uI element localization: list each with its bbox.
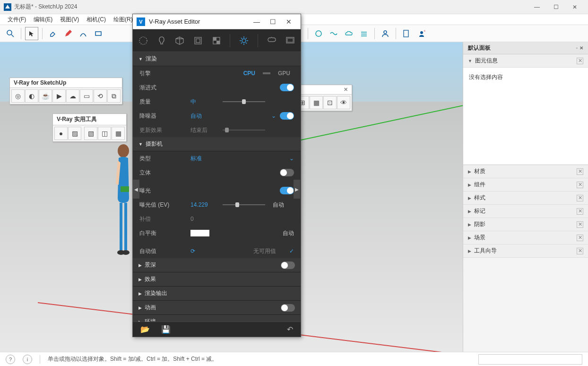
menu-view[interactable]: 视图(V): [56, 15, 83, 25]
denoiser-toggle[interactable]: [280, 112, 294, 120]
tab-render-elements-icon[interactable]: [193, 35, 203, 47]
tab-settings-icon[interactable]: [239, 35, 249, 47]
vray-grid3-icon[interactable]: ⊡: [323, 96, 337, 109]
shadows-section-header[interactable]: ▶阴影✕: [463, 218, 588, 231]
instructor-section-header[interactable]: ▶工具向导✕: [463, 244, 588, 258]
util-plane-icon[interactable]: ▨: [68, 127, 81, 140]
menu-file[interactable]: 文件(F): [4, 15, 30, 25]
section-environment-header[interactable]: ▶环境: [133, 315, 301, 322]
styles-section-header[interactable]: ▶样式✕: [463, 192, 588, 205]
vray-util-toolbar[interactable]: V-Ray 实用工具 ● ▨ ▧ ◫ ▦: [52, 113, 127, 142]
section-close-icon[interactable]: ✕: [577, 168, 583, 175]
auto-check-icon[interactable]: ✓: [289, 248, 294, 254]
progressive-toggle[interactable]: [280, 84, 294, 91]
util-cube3-icon[interactable]: ▦: [112, 127, 125, 140]
pencil-tool[interactable]: [61, 27, 75, 40]
engine-gpu-option[interactable]: GPU: [274, 69, 294, 78]
tab-geometry-icon[interactable]: [175, 35, 185, 47]
wb-auto-label[interactable]: 自动: [283, 229, 294, 237]
tab-textures-icon[interactable]: [211, 35, 221, 47]
vray-render-tool[interactable]: [312, 27, 325, 40]
share-tool[interactable]: +: [415, 27, 428, 40]
window-close-button[interactable]: ✕: [565, 0, 584, 14]
tags-section-header[interactable]: ▶标记✕: [463, 205, 588, 218]
denoiser-dropdown-icon[interactable]: ⌄: [271, 113, 276, 119]
util-cube2-icon[interactable]: ◫: [98, 127, 111, 140]
section-close-icon[interactable]: ✕: [577, 182, 583, 188]
menu-camera[interactable]: 相机(C): [83, 15, 110, 25]
save-icon[interactable]: 💾: [161, 325, 171, 334]
tab-render-icon[interactable]: [266, 35, 277, 47]
dialog-close-button[interactable]: ✕: [281, 15, 297, 28]
tray-pin-icon[interactable]: ▫: [576, 45, 578, 51]
vray-batch-icon[interactable]: ⧉: [107, 89, 121, 103]
vray-main-toolbar[interactable]: V-Ray for SketchUp ◎ ◐ ☕ ▶ ☁ ▭ ⟲ ⧉: [9, 78, 122, 105]
folder-open-icon[interactable]: 📂: [140, 325, 150, 334]
vray-secondary-toolbar[interactable]: ✕ ⊞ ▦ ⊡ 👁: [294, 85, 352, 111]
vray-frame-icon[interactable]: ▭: [80, 89, 93, 103]
util-sphere-icon[interactable]: ●: [54, 127, 68, 140]
tray-header[interactable]: 默认面板 ▫✕: [463, 42, 588, 54]
arc-tool[interactable]: [77, 27, 90, 40]
vray-cloud-tool[interactable]: [342, 27, 355, 40]
tray-close-icon[interactable]: ✕: [579, 45, 583, 51]
animation-toggle[interactable]: [281, 304, 295, 312]
vray-asset-editor-icon[interactable]: ◎: [11, 89, 25, 103]
section-animation-header[interactable]: ▶动画: [133, 301, 301, 315]
util-cube1-icon[interactable]: ▧: [84, 127, 97, 140]
section-close-icon[interactable]: ✕: [577, 195, 583, 201]
exposure-toggle[interactable]: [280, 187, 294, 194]
vray-view-icon[interactable]: 👁: [337, 96, 350, 109]
menu-edit[interactable]: 编辑(E): [30, 15, 56, 25]
dialog-minimize-button[interactable]: —: [249, 15, 265, 28]
stereo-toggle[interactable]: [280, 169, 294, 176]
vray-export-tool[interactable]: [357, 27, 371, 40]
erase-tool[interactable]: [46, 27, 60, 40]
vray-render-icon[interactable]: ◐: [25, 89, 38, 103]
section-output-header[interactable]: ▶渲染输出: [133, 287, 301, 301]
vray-dialog-titlebar[interactable]: V V-Ray Asset Editor — ☐ ✕: [133, 14, 301, 29]
search-tool[interactable]: [4, 27, 17, 40]
vray-cloud-icon[interactable]: ☁: [66, 89, 79, 103]
scenes-section-header[interactable]: ▶场景✕: [463, 231, 588, 244]
vray-grid2-icon[interactable]: ▦: [310, 96, 323, 109]
info-icon[interactable]: i: [23, 355, 32, 364]
section-dof-header[interactable]: ▶景深: [133, 258, 301, 272]
materials-section-header[interactable]: ▶材质✕: [463, 165, 588, 178]
account-tool[interactable]: [379, 27, 392, 40]
select-tool[interactable]: [25, 27, 38, 40]
engine-cpu-option[interactable]: CPU: [240, 69, 259, 78]
undo-icon[interactable]: ↶: [287, 325, 293, 334]
vray-settings-body[interactable]: ▼渲染 引擎 CPU GPU 渐进式 质量 中 降噪器 自动 ⌄: [133, 52, 301, 322]
quality-slider[interactable]: [223, 101, 265, 102]
section-close-icon[interactable]: ✕: [577, 208, 583, 215]
rectangle-tool[interactable]: [92, 27, 105, 40]
window-minimize-button[interactable]: —: [527, 0, 546, 14]
tab-frame-buffer-icon[interactable]: [285, 35, 295, 47]
tab-lights-icon[interactable]: [157, 35, 167, 47]
ev-auto-label[interactable]: 自动: [273, 201, 284, 209]
section-render-header[interactable]: ▼渲染: [133, 52, 301, 66]
section-camera-header[interactable]: ▼摄影机: [133, 137, 301, 151]
section-close-icon[interactable]: ✕: [577, 248, 583, 254]
expand-right-button[interactable]: ▶: [294, 180, 300, 199]
expand-left-button[interactable]: ◀: [133, 180, 139, 199]
camera-type-dropdown-icon[interactable]: ⌄: [289, 155, 294, 162]
vray-rt-icon[interactable]: ▶: [52, 89, 66, 103]
section-close-icon[interactable]: ✕: [577, 235, 583, 241]
refresh-icon[interactable]: ⟳: [190, 248, 195, 254]
vray-history-icon[interactable]: ⟲: [94, 89, 107, 103]
window-maximize-button[interactable]: ☐: [546, 0, 565, 14]
measurement-box[interactable]: [478, 354, 582, 365]
entity-info-header[interactable]: ▼图元信息✕: [463, 54, 588, 68]
ev-slider[interactable]: [223, 204, 265, 205]
components-section-header[interactable]: ▶组件✕: [463, 178, 588, 192]
close-icon[interactable]: ✕: [344, 87, 348, 93]
dialog-maximize-button[interactable]: ☐: [265, 15, 281, 28]
update-slider[interactable]: [223, 130, 265, 131]
help-icon[interactable]: ?: [6, 355, 15, 364]
dof-toggle[interactable]: [281, 261, 295, 269]
vray-teapot-icon[interactable]: ☕: [39, 89, 52, 103]
wb-swatch[interactable]: [190, 230, 209, 236]
section-close-icon[interactable]: ✕: [577, 58, 583, 64]
